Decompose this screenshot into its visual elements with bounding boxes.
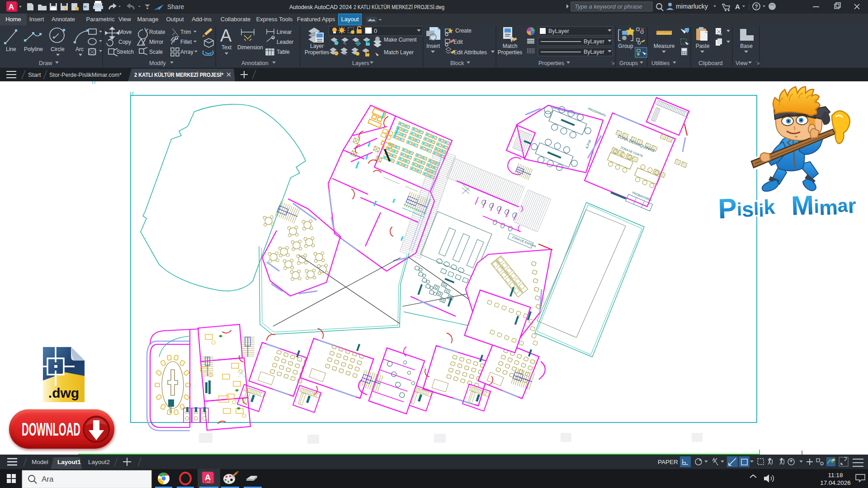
svg-text:Layers: Layers	[352, 60, 369, 66]
svg-text:Match Layer: Match Layer	[384, 49, 414, 56]
svg-text:View: View	[736, 60, 748, 66]
svg-text:PROGRAMAS: PROGRAMAS	[588, 107, 607, 117]
svg-text:Line: Line	[6, 46, 16, 52]
svg-text:Measure: Measure	[654, 43, 675, 49]
svg-text:Block: Block	[450, 60, 464, 66]
svg-text:Copy: Copy	[118, 39, 131, 45]
svg-text:Move: Move	[118, 29, 132, 35]
svg-text:ByLayer: ByLayer	[584, 38, 604, 45]
svg-text:Properties: Properties	[538, 60, 564, 66]
svg-text:Text: Text	[222, 44, 232, 51]
svg-text:Type a keyword or phrase: Type a keyword or phrase	[575, 3, 642, 10]
svg-text:Fillet: Fillet	[180, 39, 192, 45]
svg-text:Utilities: Utilities	[651, 60, 670, 66]
svg-text:11:18: 11:18	[828, 472, 843, 479]
svg-text:Properties: Properties	[305, 49, 330, 56]
svg-text:Mirror: Mirror	[149, 39, 163, 45]
svg-text:17.04.2026: 17.04.2026	[820, 479, 851, 486]
svg-text:Group: Group	[618, 43, 633, 49]
svg-text:Annotation: Annotation	[241, 60, 269, 66]
svg-text:ByLayer: ByLayer	[548, 28, 569, 34]
svg-text:Start: Start	[28, 71, 41, 78]
svg-text:A: A	[220, 26, 232, 45]
svg-text:?: ?	[755, 4, 758, 10]
svg-text:Create: Create	[455, 28, 472, 34]
svg-text:Match: Match	[503, 43, 518, 49]
svg-text:Stretch: Stretch	[117, 49, 134, 55]
svg-text:DOWNLOAD: DOWNLOAD	[22, 419, 80, 440]
svg-text:A.P.M: A.P.M	[585, 139, 592, 150]
svg-text:Base: Base	[740, 43, 753, 49]
svg-text:Dimension: Dimension	[237, 44, 263, 51]
svg-text:PAPER: PAPER	[658, 459, 678, 465]
svg-text:ByLayer: ByLayer	[584, 49, 604, 55]
svg-text:0: 0	[374, 28, 377, 34]
svg-text:Linear: Linear	[277, 29, 292, 35]
svg-text:Table: Table	[277, 49, 290, 55]
svg-text:Layout1: Layout1	[57, 459, 81, 465]
svg-text:A: A	[9, 3, 14, 11]
svg-text:Clipboard: Clipboard	[698, 60, 723, 66]
svg-text:Ara: Ara	[42, 475, 54, 483]
svg-text:Draw: Draw	[39, 60, 52, 66]
svg-text:2 KATLI KÜLTÜR MERKEZİ PROJESİ: 2 KATLI KÜLTÜR MERKEZİ PROJESİ*	[134, 71, 224, 78]
svg-text:Arc: Arc	[75, 46, 84, 52]
svg-text:Autodesk AutoCAD 2024: Autodesk AutoCAD 2024	[289, 4, 352, 10]
svg-text:Share: Share	[167, 3, 184, 10]
svg-text:Circle: Circle	[51, 46, 65, 52]
svg-text:mimarlucky: mimarlucky	[676, 3, 708, 10]
svg-text:Layout2: Layout2	[88, 459, 110, 465]
svg-text:Rotate: Rotate	[149, 29, 165, 35]
svg-text:Scale: Scale	[149, 49, 163, 55]
svg-text:Polyline: Polyline	[24, 46, 43, 52]
svg-text:Trim: Trim	[180, 29, 191, 35]
svg-text:CAD: CAD	[205, 480, 211, 483]
svg-text:A: A	[735, 3, 740, 10]
svg-text:2 KATLI KÜLTÜR MERKEZİ PROJESİ: 2 KATLI KÜLTÜR MERKEZİ PROJESİ.dwg	[354, 4, 444, 10]
svg-text:Pislik: Pislik	[719, 191, 776, 224]
svg-text:Layer: Layer	[310, 43, 324, 49]
svg-text:Stor-Perde-PislikMimar.com*: Stor-Perde-PislikMimar.com*	[49, 72, 122, 78]
svg-text:JUNTAS: JUNTAS	[169, 399, 173, 413]
svg-text:Groups: Groups	[619, 60, 638, 66]
svg-text:.dwg: .dwg	[48, 385, 79, 400]
svg-text:Modify: Modify	[149, 60, 166, 66]
svg-text:Edit Attributes: Edit Attributes	[453, 49, 487, 56]
svg-text:Leader: Leader	[277, 39, 293, 45]
svg-text:Insert: Insert	[426, 43, 440, 49]
svg-text:Properties: Properties	[498, 49, 523, 56]
svg-text:Edit: Edit	[453, 39, 463, 45]
svg-text:Paste: Paste	[696, 43, 710, 49]
svg-text:Mimar: Mimar	[791, 188, 857, 221]
svg-text:Array: Array	[180, 49, 193, 55]
svg-text:Make Current: Make Current	[384, 37, 417, 43]
svg-text:Model: Model	[32, 459, 48, 465]
